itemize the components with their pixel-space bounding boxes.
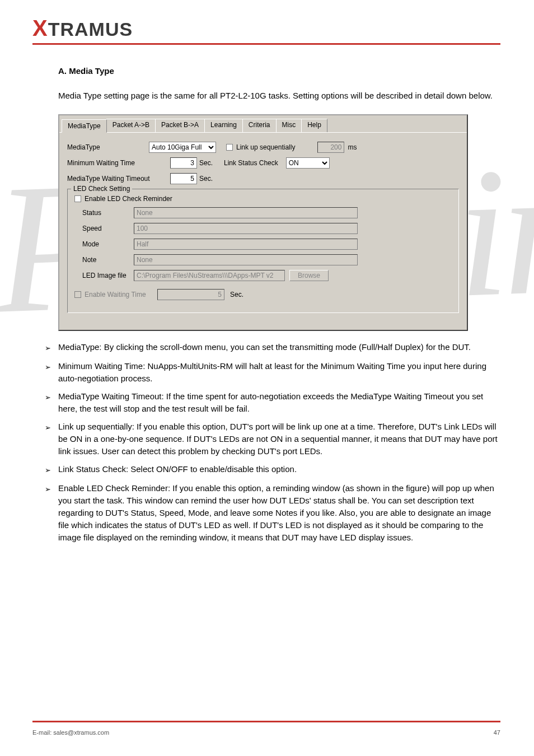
mediatype-dialog: MediaType Packet A->B Packet B->A Learni… bbox=[58, 114, 468, 331]
logo-text: TRAMUS bbox=[48, 18, 133, 40]
minwait-input[interactable] bbox=[170, 157, 197, 169]
timeout-label: MediaType Waiting Timeout bbox=[67, 175, 162, 183]
waittime-checkbox[interactable] bbox=[74, 291, 81, 298]
waittime-input bbox=[157, 289, 224, 300]
mode-label: Mode bbox=[82, 240, 134, 248]
tab-help[interactable]: Help bbox=[301, 119, 327, 132]
bullet-text-0: MediaType: By clicking the scroll-down m… bbox=[58, 341, 500, 354]
speed-label: Speed bbox=[82, 225, 134, 232]
linkup-checkbox[interactable] bbox=[226, 144, 233, 151]
tab-panel: MediaType Auto 10Giga Full Link up seque… bbox=[59, 132, 467, 330]
led-legend: LED Check Setting bbox=[71, 185, 132, 193]
browse-button[interactable]: Browse bbox=[289, 270, 329, 281]
bullet-icon: ➢ bbox=[45, 360, 58, 385]
logo-x: X bbox=[32, 16, 48, 40]
minwait-label: Minimum Waiting Time bbox=[67, 159, 149, 167]
linkstatus-select[interactable]: ON bbox=[286, 157, 330, 169]
tab-misc[interactable]: Misc bbox=[276, 119, 302, 132]
tab-learning[interactable]: Learning bbox=[204, 119, 243, 132]
waittime-label: Enable Waiting Time bbox=[85, 291, 157, 298]
bullet-text-5: Enable LED Check Reminder: If you enable… bbox=[58, 482, 500, 544]
sec-label-2: Sec. bbox=[199, 175, 213, 183]
note-input bbox=[134, 254, 358, 265]
mode-input bbox=[134, 239, 358, 250]
ms-label: ms bbox=[348, 143, 357, 151]
mediatype-label: MediaType bbox=[67, 143, 149, 151]
footer-rule bbox=[32, 721, 500, 722]
bullet-icon: ➢ bbox=[45, 463, 58, 477]
status-input bbox=[134, 207, 358, 218]
imgfile-label: LED Image file bbox=[82, 272, 134, 279]
tab-criteria[interactable]: Criteria bbox=[242, 119, 277, 132]
header-rule bbox=[32, 43, 500, 45]
tab-packet-ba[interactable]: Packet B->A bbox=[155, 119, 205, 132]
footer-email: E-mail: sales@xtramus.com bbox=[32, 729, 109, 736]
bullet-list: ➢MediaType: By clicking the scroll-down … bbox=[45, 341, 500, 544]
tab-mediatype[interactable]: MediaType bbox=[62, 119, 107, 133]
linkstatus-label: Link Status Check bbox=[224, 159, 278, 167]
imgfile-input bbox=[134, 270, 285, 281]
speed-input bbox=[134, 223, 358, 234]
status-label: Status bbox=[82, 209, 134, 217]
section-title: A. Media Type bbox=[58, 65, 500, 77]
bullet-icon: ➢ bbox=[45, 341, 58, 354]
logo: XTRAMUS bbox=[32, 16, 500, 41]
note-label: Note bbox=[82, 256, 134, 264]
sec-label-1: Sec. bbox=[199, 159, 213, 167]
bullet-text-4: Link Status Check: Select ON/OFF to enab… bbox=[58, 463, 500, 477]
tab-packet-ab[interactable]: Packet A->B bbox=[106, 119, 156, 132]
timeout-input[interactable] bbox=[170, 173, 197, 184]
bullet-icon: ➢ bbox=[45, 482, 58, 544]
bullet-text-1: Minimum Waiting Time: NuApps-MultiUnits-… bbox=[58, 360, 500, 385]
led-check-fieldset: LED Check Setting Enable LED Check Remin… bbox=[67, 189, 459, 313]
sec-label-3: Sec. bbox=[230, 291, 243, 298]
section-desc: Media Type setting page is the same for … bbox=[58, 90, 500, 102]
enable-led-label: Enable LED Check Reminder bbox=[85, 195, 172, 203]
enable-led-checkbox[interactable] bbox=[74, 195, 81, 202]
linkup-label: Link up sequentially bbox=[236, 143, 295, 151]
bullet-icon: ➢ bbox=[45, 390, 58, 415]
bullet-icon: ➢ bbox=[45, 421, 58, 458]
tab-bar: MediaType Packet A->B Packet B->A Learni… bbox=[59, 115, 467, 132]
bullet-text-2: MediaType Waiting Timeout: If the time s… bbox=[58, 390, 500, 415]
linkup-ms-input[interactable] bbox=[317, 142, 344, 153]
mediatype-select[interactable]: Auto 10Giga Full bbox=[149, 142, 216, 153]
bullet-text-3: Link up sequentially: If you enable this… bbox=[58, 421, 500, 458]
footer-page-number: 47 bbox=[494, 729, 500, 736]
